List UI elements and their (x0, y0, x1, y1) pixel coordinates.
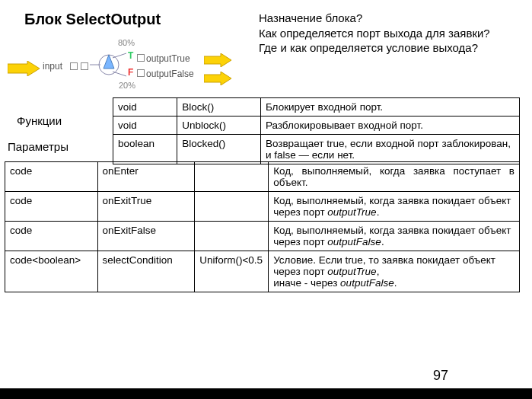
port-true (137, 54, 145, 62)
parameters-table: code onEnter Код, выполняемый, когда зая… (5, 161, 520, 292)
label-output-false: outputFalse (146, 69, 194, 79)
cell-name: Blocked() (177, 135, 261, 164)
page-number: 97 (433, 368, 448, 384)
svg-line-4 (113, 72, 126, 76)
cell-def (195, 222, 269, 251)
svg-marker-6 (204, 53, 231, 67)
svg-line-3 (113, 53, 126, 58)
table-row: void Block() Блокирует входной порт. (113, 98, 520, 117)
cell-type: code (5, 192, 98, 222)
section-label-functions: Функции (17, 114, 62, 127)
questions-block: Назначение блока?Как определяется порт в… (259, 11, 510, 56)
table-row: code onExitTrue Код, выполняемый, когда … (5, 192, 520, 222)
functions-table: void Block() Блокирует входной порт. voi… (113, 97, 520, 164)
cell-def: Uniform()<0.5 (195, 251, 269, 292)
svg-marker-0 (8, 61, 40, 76)
svg-marker-7 (204, 72, 231, 85)
label-20pct: 20% (119, 81, 135, 90)
port-in (70, 62, 78, 70)
split-icon (90, 46, 128, 84)
cell-desc: Код, выполняемый, когда заявка поступает… (269, 162, 520, 192)
cell-name: onExitTrue (97, 192, 195, 222)
cell-type: code<boolean> (5, 251, 98, 292)
block-diagram: input 80% 20% T F outputTrue outputFalse (0, 35, 236, 96)
table-row: code<boolean> selectCondition Uniform()<… (5, 251, 520, 292)
cell-return: void (113, 98, 177, 117)
cell-type: code (5, 162, 98, 192)
cell-name: selectCondition (97, 251, 195, 292)
cell-desc: Условие. Если true, то заявка покидает о… (269, 251, 520, 292)
cell-desc: Возвращает true, если входной порт забло… (260, 135, 519, 164)
port-false (137, 69, 145, 77)
arrow-out-false-icon (204, 72, 231, 85)
label-output-true: outputTrue (146, 53, 190, 64)
label-true: T (128, 50, 133, 61)
cell-def (195, 162, 269, 192)
table-row: void Unblock() Разблокировывает входной … (113, 117, 520, 135)
section-label-parameters: Параметры (8, 140, 68, 153)
cell-name: Unblock() (177, 117, 261, 135)
label-80pct: 80% (118, 38, 135, 47)
table-row: code onExitFalse Код, выполняемый, когда… (5, 222, 520, 251)
port-mid (81, 62, 88, 70)
arrow-out-true-icon (204, 53, 231, 67)
arrow-in-icon (8, 61, 40, 76)
cell-name: Block() (177, 98, 261, 117)
cell-name: onExitFalse (97, 222, 195, 251)
cell-return: boolean (113, 135, 177, 164)
svg-marker-5 (104, 55, 114, 69)
label-input: input (43, 61, 62, 72)
cell-desc: Код, выполняемый, когда заявка покидает … (269, 192, 520, 222)
table-row: boolean Blocked() Возвращает true, если … (113, 135, 520, 164)
cell-desc: Код, выполняемый, когда заявка покидает … (269, 222, 520, 251)
label-false: F (128, 67, 133, 78)
cell-type: code (5, 222, 98, 251)
cell-name: onEnter (97, 162, 195, 192)
cell-desc: Блокирует входной порт. (260, 98, 519, 117)
table-row: code onEnter Код, выполняемый, когда зая… (5, 162, 520, 192)
cell-return: void (113, 117, 177, 135)
page-title: Блок SelectOutput (24, 11, 161, 28)
cell-def (195, 192, 269, 222)
cell-desc: Разблокировывает входной порт. (260, 117, 519, 135)
